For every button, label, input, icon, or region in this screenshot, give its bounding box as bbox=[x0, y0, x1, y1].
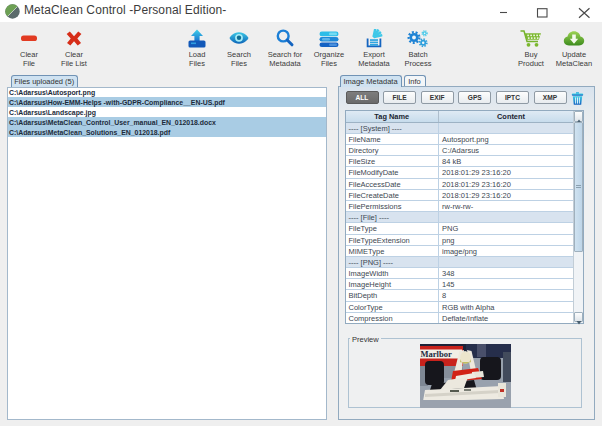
svg-text:Marlbor: Marlbor bbox=[420, 349, 451, 359]
